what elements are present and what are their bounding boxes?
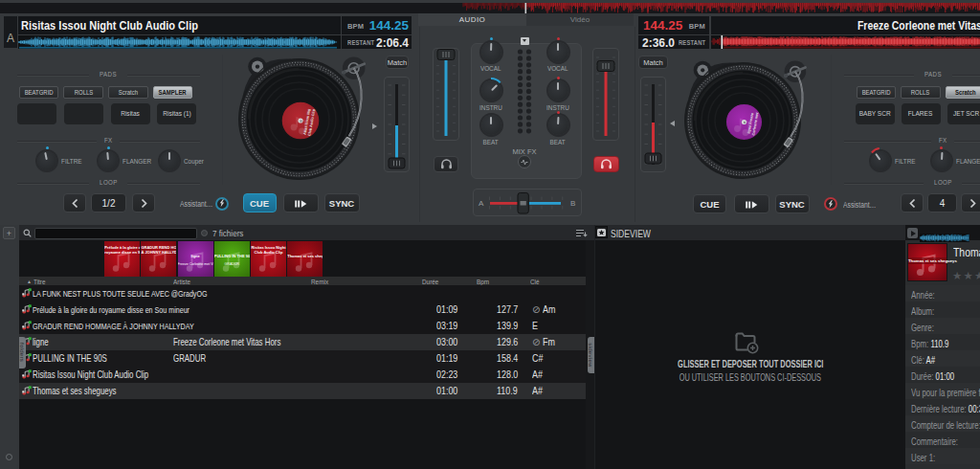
svg-text:A: A <box>479 199 484 208</box>
svg-text:B: B <box>570 199 575 208</box>
